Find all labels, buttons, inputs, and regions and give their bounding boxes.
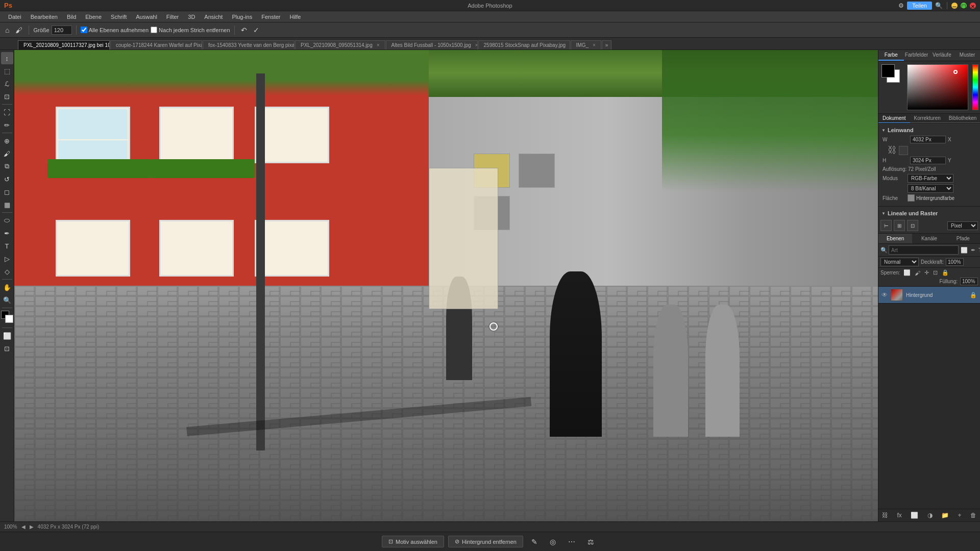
menu-filter[interactable]: Filter xyxy=(162,13,183,21)
tab-7[interactable]: IMG_ × xyxy=(571,40,601,49)
background-color[interactable] xyxy=(5,315,13,323)
bitkanal-select[interactable]: 8 Bit/Kanal 16 Bit/Kanal 32 Bit/Kanal xyxy=(908,184,953,193)
layers-fx-btn[interactable]: fx xyxy=(895,511,903,520)
menu-hilfe[interactable]: Hilfe xyxy=(285,13,305,21)
menu-plugins[interactable]: Plug-ins xyxy=(228,13,256,21)
tab-4[interactable]: PXL_20210908_095051314.jpg × xyxy=(295,40,385,49)
layer-item-hintergrund[interactable]: 👁 Hintergrund 🔒 xyxy=(878,287,980,304)
lasso-tool[interactable]: ℒ xyxy=(1,78,13,90)
lineale-unit-select[interactable]: Pixel Zoll Zentimeter mm xyxy=(947,221,978,230)
size-input[interactable] xyxy=(52,26,72,35)
eraser-tool[interactable]: ◻ xyxy=(1,186,13,198)
menu-schrift[interactable]: Schrift xyxy=(107,13,131,21)
tab-3[interactable]: fox-1540833 Yvette van den Berg pixabay.… xyxy=(203,40,295,49)
menu-bearbeiten[interactable]: Bearbeiten xyxy=(27,13,62,21)
dodge-tool[interactable]: ⬭ xyxy=(1,214,13,227)
bottom-tool-4[interactable]: ⚖ xyxy=(583,536,598,548)
minimize-button[interactable]: – xyxy=(951,3,958,9)
tab-farbe[interactable]: Farbe xyxy=(878,50,904,61)
hand-tool[interactable]: ✋ xyxy=(1,281,13,293)
tab-muster[interactable]: Muster xyxy=(954,50,980,61)
lineale-btn-3[interactable]: ⊡ xyxy=(907,220,918,231)
tab-farbfelder[interactable]: Farbfelder xyxy=(904,50,929,61)
layers-filter-btn2[interactable]: ✒ xyxy=(970,246,976,254)
modus-select[interactable]: RGB-Farbe CMYK-Farbe Graustufen xyxy=(908,174,953,183)
nach-strich-checkbox[interactable] xyxy=(151,27,157,33)
tab-6-close[interactable]: × xyxy=(570,42,570,48)
lock-all-btn[interactable]: 🔒 xyxy=(940,269,950,277)
bottom-tool-3[interactable]: ⋯ xyxy=(564,536,579,548)
tab-7-close[interactable]: × xyxy=(593,42,596,48)
select-rect-tool[interactable]: ⬚ xyxy=(1,65,13,77)
color-gradient[interactable] xyxy=(907,64,968,110)
color-spectrum[interactable] xyxy=(972,64,978,110)
status-nav-right[interactable]: ▶ xyxy=(30,524,34,530)
home-icon[interactable]: ⌂ xyxy=(3,25,11,35)
search-icon[interactable]: 🔍 xyxy=(935,2,943,9)
lock-image-btn[interactable]: 🖌 xyxy=(913,269,922,277)
layers-delete-btn[interactable]: 🗑 xyxy=(969,511,978,520)
maximize-button[interactable]: □ xyxy=(961,3,967,9)
undo-button[interactable]: ↶ xyxy=(239,25,249,35)
tab-4-close[interactable]: × xyxy=(377,42,380,48)
bottom-tool-1[interactable]: ✎ xyxy=(527,536,542,548)
tab-5-close[interactable]: × xyxy=(475,42,478,48)
eigenschaften-tab-korrekturen[interactable]: Korrekturen xyxy=(910,114,945,123)
layers-new-btn[interactable]: + xyxy=(957,511,963,520)
menu-auswahl[interactable]: Auswahl xyxy=(132,13,161,21)
share-button[interactable]: Teilen xyxy=(907,2,932,10)
lock-position-btn[interactable]: ✛ xyxy=(923,269,930,277)
alle-ebenen-checkbox[interactable] xyxy=(81,27,87,33)
eigenschaften-tab-dokument[interactable]: Dokument xyxy=(878,114,910,123)
move-tool[interactable]: ↕ xyxy=(1,52,13,64)
history-brush-tool[interactable]: ↺ xyxy=(1,173,13,185)
confirm-button[interactable]: ✓ xyxy=(251,25,261,35)
height-input[interactable] xyxy=(910,157,946,164)
bottom-tool-2[interactable]: ◎ xyxy=(546,536,560,548)
lineale-btn-1[interactable]: ⊢ xyxy=(880,220,892,231)
healing-brush-tool[interactable]: ⊕ xyxy=(1,135,13,147)
layers-link-btn[interactable]: ⛓ xyxy=(880,511,890,520)
clone-stamp-tool[interactable]: ⧉ xyxy=(1,160,13,172)
lock-artboard-btn[interactable]: ⊡ xyxy=(932,269,939,277)
quick-mask-tool[interactable]: ⬜ xyxy=(1,330,13,342)
fuellung-input[interactable] xyxy=(960,278,978,285)
canvas-area[interactable] xyxy=(14,50,878,521)
eyedropper-tool[interactable]: ✏ xyxy=(1,119,13,131)
menu-3d[interactable]: 3D xyxy=(184,13,199,21)
close-button[interactable]: × xyxy=(970,3,976,9)
layers-filter-btn1[interactable]: ⬜ xyxy=(960,246,969,254)
color-gradient-marker[interactable] xyxy=(953,70,958,74)
menu-ansicht[interactable]: Ansicht xyxy=(200,13,227,21)
hintergrund-entfernen-btn[interactable]: ⊘ Hintergrund entfernen xyxy=(448,536,523,547)
tab-1[interactable]: PXL_20210809_100117327.jpg bei 100% (RGB… xyxy=(18,40,110,49)
gradient-tool[interactable]: ▦ xyxy=(1,198,13,211)
crop-tool[interactable]: ⛶ xyxy=(1,106,13,118)
tab-6[interactable]: 2598015 StockSnap auf Pixabay.jpg × xyxy=(478,40,570,49)
width-input[interactable] xyxy=(910,136,946,143)
zoom-tool[interactable]: 🔍 xyxy=(1,294,13,306)
lock-proportions-btn[interactable] xyxy=(899,146,908,155)
tab-verlaeufe[interactable]: Verläufe xyxy=(929,50,955,61)
layers-blend-select[interactable]: Normal Multiplizieren Bildschirm xyxy=(880,258,919,266)
layers-filter-btn3[interactable]: T xyxy=(977,246,980,254)
flaeche-swatch[interactable] xyxy=(908,194,915,202)
screen-mode-tool[interactable]: ⊡ xyxy=(1,342,13,355)
lineale-btn-2[interactable]: ⊞ xyxy=(894,220,905,231)
menu-fenster[interactable]: Fenster xyxy=(257,13,284,21)
status-nav-left[interactable]: ◀ xyxy=(21,524,26,530)
lock-transparent-btn[interactable]: ⬜ xyxy=(902,269,912,277)
text-tool[interactable]: T xyxy=(1,240,13,252)
object-select-tool[interactable]: ⊡ xyxy=(1,90,13,103)
brush-tool-icon[interactable]: 🖌 xyxy=(13,25,24,35)
lineale-header[interactable]: ▼ Lineale und Raster xyxy=(880,209,978,218)
menu-bild[interactable]: Bild xyxy=(63,13,80,21)
motiv-auswaehlen-btn[interactable]: ⊡ Motiv auswählen xyxy=(382,536,444,547)
color-swatches[interactable] xyxy=(881,64,905,88)
tab-5[interactable]: Altes Bild Fussball - 1050x1500.jpg × xyxy=(386,40,478,49)
layers-tab-ebenen[interactable]: Ebenen xyxy=(878,234,912,243)
layers-tab-pfade[interactable]: Pfade xyxy=(946,234,980,243)
foreground-color-swatch[interactable] xyxy=(881,64,895,78)
menu-datei[interactable]: Datei xyxy=(4,13,26,21)
leinwand-header[interactable]: ▼ Leinwand xyxy=(880,126,978,135)
